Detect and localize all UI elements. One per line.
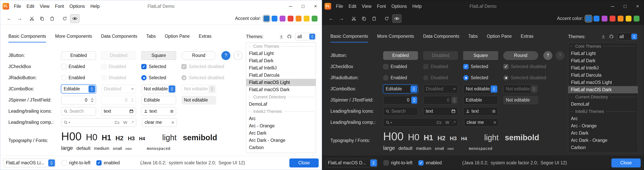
calendar-icon[interactable] <box>451 109 456 113</box>
theme-item-flatlaf-dark[interactable]: FlatLaf Dark <box>568 57 638 64</box>
show-hidden-eye-toggle[interactable] <box>70 14 80 23</box>
menu-file[interactable]: File <box>11 0 24 12</box>
menu-font[interactable]: Font <box>52 0 67 12</box>
download-themes-button[interactable] <box>601 35 606 39</box>
round-button[interactable]: Round <box>181 51 216 60</box>
menu-view[interactable]: View <box>37 0 52 12</box>
theme-item-arc-dark-orange[interactable]: Arc Dark - Orange <box>246 137 316 144</box>
accent-swatch-selected-blue[interactable] <box>586 16 592 22</box>
theme-item-flatlaf-light[interactable]: FlatLaf Light <box>568 50 638 57</box>
radio-enabled[interactable]: Enabled <box>383 75 407 80</box>
calendar-icon[interactable] <box>129 109 134 113</box>
theme-item-flatlaf-intellij[interactable]: FlatLaf IntelliJ <box>568 64 638 72</box>
editable-combobox[interactable]: Editable <box>383 85 418 93</box>
tab-option-pane[interactable]: Option Pane <box>165 31 190 43</box>
menu-help[interactable]: Help <box>88 0 102 12</box>
editable-textfield[interactable]: Editable <box>141 96 176 104</box>
theme-item-demolaf[interactable]: DemoLaf <box>246 101 316 108</box>
clear-icon[interactable]: × <box>493 120 496 125</box>
theme-item-flatlaf-macos-dark[interactable]: FlatLaf macOS Dark <box>568 86 638 93</box>
chevron-down-icon[interactable]: ▾ <box>390 121 392 124</box>
show-hidden-eye-toggle[interactable] <box>392 14 402 23</box>
date-field[interactable]: text <box>423 107 458 116</box>
user-field[interactable]: text <box>141 107 176 116</box>
theme-item-flatlaf-dark[interactable]: FlatLaf Dark <box>246 57 316 64</box>
checkbox-enabled[interactable]: Enabled <box>61 64 85 69</box>
back-button[interactable]: ← <box>326 14 336 23</box>
theme-item-arc-orange[interactable]: Arc - Orange <box>246 122 316 129</box>
accent-swatch-yellow[interactable] <box>304 16 310 22</box>
theme-item-demolaf[interactable]: DemoLaf <box>568 101 638 108</box>
accent-swatch-purple[interactable] <box>602 16 608 22</box>
list-icon[interactable] <box>170 109 174 113</box>
tab-basic-components[interactable]: Basic Components <box>8 31 46 43</box>
search-with-options-field[interactable]: ▾ Cc W .* <box>383 118 458 127</box>
tab-option-pane[interactable]: Option Pane <box>487 31 512 43</box>
not-editable-combobox[interactable]: Not editable <box>141 85 176 93</box>
theme-item-flatlaf-light[interactable]: FlatLaf Light <box>246 50 316 57</box>
theme-item-flatlaf-intellij[interactable]: FlatLaf IntelliJ <box>246 64 316 72</box>
accent-swatch-purple[interactable] <box>280 16 286 22</box>
search-icon[interactable] <box>386 120 390 124</box>
paste-button[interactable] <box>48 14 57 23</box>
download-themes-button[interactable] <box>279 35 284 39</box>
laf-combobox[interactable]: FlatLaf macOS Li... <box>3 159 56 167</box>
theme-item-flatlaf-macos-light[interactable]: FlatLaf macOS Light <box>568 79 638 86</box>
theme-item-flatlaf-macos-light[interactable]: FlatLaf macOS Light <box>246 79 316 86</box>
radio-enabled[interactable]: Enabled <box>61 75 85 80</box>
enabled-button[interactable]: Enabled <box>61 51 96 60</box>
clear-icon[interactable]: × <box>171 120 174 125</box>
radio-selected[interactable]: Selected <box>141 75 166 80</box>
square-button[interactable]: Square <box>141 51 176 60</box>
minimize-button[interactable]: ─ <box>284 0 297 12</box>
tab-data-components[interactable]: Data Components <box>423 31 459 43</box>
theme-item-carbon[interactable]: Carbon <box>246 144 316 151</box>
user-field[interactable]: text <box>463 107 498 116</box>
theme-item-flatlaf-macos-dark[interactable]: FlatLaf macOS Dark <box>246 86 316 93</box>
tab-more-components[interactable]: More Components <box>55 31 92 43</box>
clearable-field[interactable]: clear me × <box>464 118 499 127</box>
checkbox-selected[interactable]: Selected <box>463 64 488 69</box>
theme-item-arc-dark-orange[interactable]: Arc Dark - Orange <box>568 137 638 144</box>
match-case-toggle[interactable]: Cc <box>436 120 442 125</box>
help-button[interactable]: ? <box>544 51 552 60</box>
list-icon[interactable] <box>492 109 496 113</box>
theme-item-arc-dark[interactable]: Arc Dark <box>246 129 316 137</box>
paste-button[interactable] <box>370 14 379 23</box>
accent-swatch-orange[interactable] <box>618 16 624 22</box>
date-field[interactable]: text <box>101 107 136 116</box>
not-editable-combobox[interactable]: Not editable <box>463 85 498 93</box>
minimize-button[interactable]: ─ <box>606 0 619 12</box>
themes-filter-combobox[interactable]: all <box>617 33 638 40</box>
accent-swatch-orange[interactable] <box>296 16 302 22</box>
editable-combobox[interactable]: Editable <box>61 85 96 93</box>
menu-edit[interactable]: Edit <box>24 0 37 12</box>
tab-more-components[interactable]: More Components <box>377 31 414 43</box>
radio-selected[interactable]: Selected <box>463 75 488 80</box>
theme-item-arc-dark[interactable]: Arc Dark <box>568 129 638 137</box>
right-to-left-checkbox[interactable]: right-to-left <box>384 160 412 165</box>
menu-edit[interactable]: Edit <box>346 0 359 12</box>
menu-file[interactable]: File <box>333 0 346 12</box>
theme-item-arc[interactable]: Arc <box>246 115 316 122</box>
menu-view[interactable]: View <box>359 0 374 12</box>
tab-basic-components[interactable]: Basic Components <box>330 31 368 43</box>
accent-swatch-green[interactable] <box>634 16 640 22</box>
themes-filter-combobox[interactable]: all <box>295 33 316 40</box>
cut-button[interactable] <box>349 14 358 23</box>
regex-toggle[interactable]: .* <box>453 120 456 125</box>
spinner[interactable]: 0 <box>61 96 96 104</box>
tab-extras[interactable]: Extras <box>199 31 212 43</box>
right-to-left-checkbox[interactable]: right-to-left <box>62 160 90 165</box>
round-button[interactable]: Round <box>503 51 538 60</box>
laf-combobox[interactable]: FlatLaf macOS D... <box>325 159 378 167</box>
forward-button[interactable]: → <box>337 14 346 23</box>
window-close-button[interactable]: × <box>309 0 322 12</box>
enabled-checkbox[interactable]: enabled <box>96 160 120 165</box>
theme-item-arc[interactable]: Arc <box>568 115 638 122</box>
help-button[interactable]: ? <box>222 51 230 60</box>
accent-swatch-selected-blue[interactable] <box>264 16 270 22</box>
theme-item-flatlaf-darcula[interactable]: FlatLaf Darcula <box>568 72 638 79</box>
menu-options[interactable]: Options <box>389 0 410 12</box>
search-field[interactable]: Search <box>383 107 418 116</box>
